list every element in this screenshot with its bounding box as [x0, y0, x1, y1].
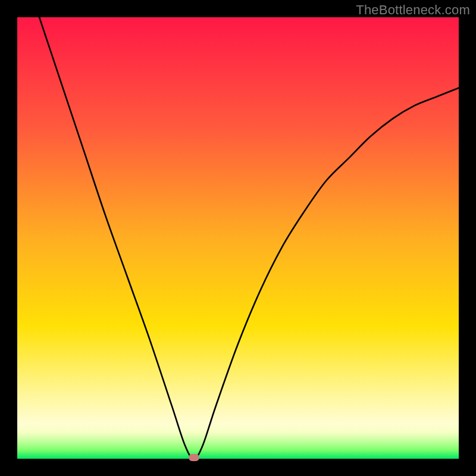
watermark-text: TheBottleneck.com: [356, 2, 470, 18]
bottleneck-curve: [17, 17, 459, 459]
chart-frame: TheBottleneck.com: [0, 0, 476, 476]
optimum-marker: [189, 454, 199, 461]
plot-area: [17, 17, 459, 459]
